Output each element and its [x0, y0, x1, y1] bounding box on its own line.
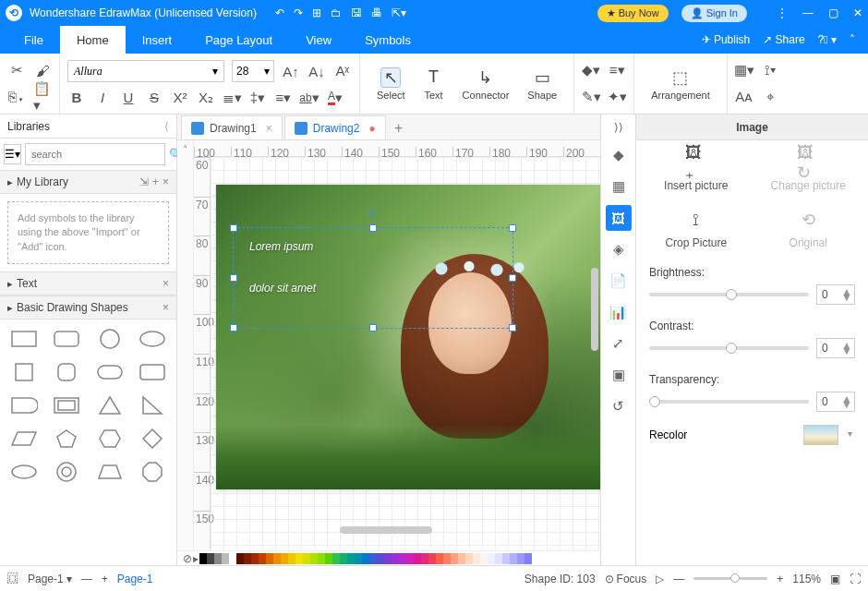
color-swatch[interactable] — [488, 553, 495, 564]
color-swatch[interactable] — [406, 553, 414, 564]
color-swatch[interactable] — [369, 553, 377, 564]
shape-triangle[interactable] — [91, 392, 128, 419]
color-swatch[interactable] — [495, 553, 502, 564]
brightness-input[interactable]: 0▲▼ — [816, 284, 855, 305]
color-swatch[interactable] — [281, 553, 288, 564]
copy-icon[interactable]: ⎘▾ — [7, 88, 26, 106]
shape-right-triangle[interactable] — [134, 392, 171, 419]
basic-shapes-accordion[interactable]: ▸ Basic Drawing Shapes× — [0, 296, 176, 320]
shape-pill[interactable] — [91, 358, 128, 386]
close-tab-icon[interactable]: × — [266, 122, 272, 135]
shape-octagon[interactable] — [134, 458, 171, 486]
my-library-accordion[interactable]: ▸ My Library⇲+× — [0, 170, 176, 194]
shape-half-round[interactable] — [6, 392, 42, 419]
original-button[interactable]: ⟲Original — [756, 209, 862, 249]
color-swatch[interactable] — [251, 553, 259, 564]
collapse-ribbon-icon[interactable]: ˄ — [850, 33, 855, 46]
color-swatch[interactable] — [458, 553, 465, 564]
sign-in-button[interactable]: 👤 Sign In — [681, 5, 747, 22]
color-swatch[interactable] — [259, 553, 266, 564]
arrangement-button[interactable]: ⬚Arrangement — [642, 66, 719, 103]
subscript-icon[interactable]: X₂ — [197, 89, 215, 107]
shape-circle[interactable] — [91, 325, 128, 353]
buy-now-button[interactable]: ★ Buy Now — [597, 5, 669, 22]
color-swatch[interactable] — [340, 553, 347, 564]
contrast-slider[interactable] — [649, 346, 809, 350]
paste-icon[interactable]: 📋▾ — [33, 88, 52, 106]
color-swatch[interactable] — [524, 553, 532, 564]
export-icon[interactable]: ⇱▾ — [392, 6, 406, 19]
color-swatch[interactable] — [199, 553, 207, 564]
library-filter-icon[interactable]: ☰▾ — [4, 144, 21, 164]
layers-panel-icon[interactable]: ◈ — [606, 236, 632, 262]
canvas[interactable]: 100110120130140150160170180190200 607080… — [194, 140, 600, 550]
horizontal-scrollbar[interactable] — [340, 526, 432, 534]
doc-tab-2[interactable]: Drawing2● — [284, 115, 386, 139]
color-swatch[interactable] — [443, 553, 451, 564]
color-swatch[interactable] — [325, 553, 332, 564]
insert-picture-button[interactable]: 🖼₊Insert picture — [644, 151, 749, 192]
color-swatch[interactable] — [236, 553, 244, 564]
expand-panel-icon[interactable]: ⟩⟩ — [606, 118, 632, 137]
italic-icon[interactable]: I — [93, 89, 112, 107]
color-swatch[interactable] — [436, 553, 443, 564]
font-size-select[interactable]: 28▾ — [232, 60, 274, 82]
prev-page-icon[interactable]: — — [81, 573, 92, 585]
image-panel-icon[interactable]: 🖼 — [606, 205, 632, 231]
history-panel-icon[interactable]: ↺ — [606, 393, 632, 419]
inserted-image[interactable]: Lorem ipsumdolor sit amet ↻ — [216, 185, 600, 489]
add-tab-button[interactable]: + — [388, 117, 410, 139]
text-accordion[interactable]: ▸ Text× — [0, 271, 176, 296]
font-color-icon[interactable]: A▾ — [326, 89, 344, 107]
fit-page-icon[interactable]: ▣ — [830, 573, 840, 585]
maximize-icon[interactable]: ▢ — [828, 6, 838, 19]
publish-button[interactable]: ✈ Publish — [702, 33, 751, 46]
color-swatch[interactable] — [414, 553, 421, 564]
shape-trapezoid[interactable] — [91, 458, 128, 486]
vertical-scrollbar[interactable] — [591, 268, 598, 351]
shape-rounded-square[interactable] — [48, 358, 85, 386]
text-tool-button[interactable]: TText — [415, 66, 453, 103]
tab-home[interactable]: Home — [60, 26, 126, 54]
grid-panel-icon[interactable]: ▦ — [606, 174, 632, 199]
shape-parallelogram[interactable] — [6, 425, 42, 452]
color-swatch[interactable] — [392, 553, 399, 564]
shape-hexagon[interactable] — [91, 425, 128, 452]
libraries-chevron-icon[interactable]: ⟨ — [164, 120, 169, 133]
color-swatch[interactable] — [222, 553, 229, 564]
tab-symbols[interactable]: Symbols — [348, 26, 428, 54]
clear-format-icon[interactable]: Aᵡ — [333, 62, 352, 80]
decrease-font-icon[interactable]: A↓ — [307, 62, 326, 80]
save-icon[interactable]: 🖫 — [351, 6, 362, 19]
page-name[interactable]: Page-1 — [117, 573, 153, 585]
zoom-slider[interactable] — [693, 577, 767, 580]
tab-page-layout[interactable]: Page Layout — [188, 26, 289, 54]
scroll-up-icon[interactable]: ˄ — [183, 140, 187, 157]
tab-view[interactable]: View — [289, 26, 348, 54]
recolor-swatch[interactable] — [803, 425, 838, 445]
tab-insert[interactable]: Insert — [126, 26, 189, 54]
color-swatch[interactable] — [362, 553, 369, 564]
zoom-level[interactable]: 115% — [792, 573, 821, 585]
color-swatch[interactable] — [428, 553, 436, 564]
close-icon[interactable]: ✕ — [853, 6, 862, 19]
shape-rect[interactable] — [6, 325, 42, 353]
shape-square[interactable] — [6, 358, 42, 386]
increase-font-icon[interactable]: A↑ — [282, 62, 300, 80]
minimize-icon[interactable]: — — [802, 6, 814, 19]
connector-tool-button[interactable]: ↳Connector — [453, 66, 519, 103]
color-swatch[interactable] — [517, 553, 524, 564]
slideshow-panel-icon[interactable]: ▣ — [606, 362, 632, 388]
color-swatch[interactable] — [465, 553, 473, 564]
line-spacing-icon[interactable]: ‡▾ — [248, 89, 267, 107]
color-swatch[interactable] — [288, 553, 295, 564]
help-menu-icon[interactable]: ⋮ — [777, 6, 788, 19]
page-panel-icon[interactable]: 📄 — [606, 268, 632, 294]
superscript-icon[interactable]: X² — [171, 89, 189, 107]
color-swatch[interactable] — [451, 553, 458, 564]
new-icon[interactable]: ⊞ — [312, 6, 321, 19]
strike-icon[interactable]: S — [145, 89, 163, 107]
shape-diamond[interactable] — [134, 425, 171, 452]
page-surface[interactable]: Lorem ipsumdolor sit amet ↻ — [211, 157, 600, 550]
redo-icon[interactable]: ↷ — [294, 6, 303, 19]
